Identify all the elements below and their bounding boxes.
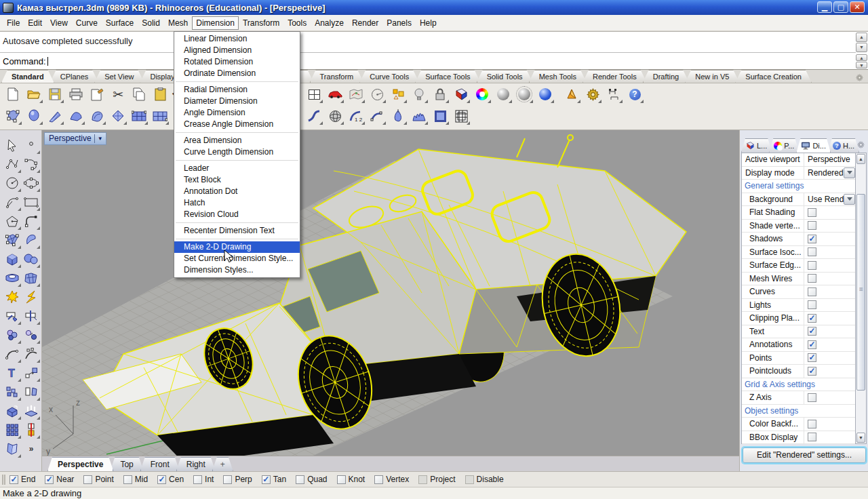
- point-checkbox[interactable]: [83, 475, 92, 484]
- command-input[interactable]: Command:: [0, 54, 856, 70]
- dimension-icon[interactable]: [605, 85, 623, 103]
- menu-item-angle-dimension[interactable]: Angle Dimension: [174, 107, 300, 119]
- toolbar-grip[interactable]: [2, 475, 5, 485]
- tab-help[interactable]: ? H...: [828, 138, 859, 153]
- options-gear-icon[interactable]: [584, 85, 601, 103]
- loft-surface-icon[interactable]: [23, 232, 39, 248]
- toolbar-tab-new-in-v5[interactable]: New in V5: [685, 70, 739, 83]
- menu-analyze[interactable]: Analyze: [311, 16, 348, 30]
- circle-icon[interactable]: [4, 175, 20, 191]
- shaded-sphere-icon[interactable]: [494, 85, 512, 103]
- menu-item-text-block[interactable]: Text Block: [174, 174, 300, 186]
- box-icon[interactable]: [4, 251, 20, 267]
- viewport-tab-top[interactable]: Top: [110, 457, 143, 471]
- group-icon[interactable]: [4, 327, 20, 343]
- compass-icon[interactable]: [368, 85, 386, 103]
- patch-icon[interactable]: [67, 107, 85, 125]
- panel-gear-icon[interactable]: [856, 140, 865, 152]
- surface-blob-icon[interactable]: [25, 107, 43, 125]
- menu-surface[interactable]: Surface: [102, 16, 138, 30]
- history-scroll-down[interactable]: ▼: [856, 43, 867, 52]
- curve-handles-icon[interactable]: [23, 346, 39, 362]
- menu-item-make-2d-drawing[interactable]: Make 2-D Drawing: [174, 241, 300, 253]
- menu-item-area-dimension[interactable]: Area Dimension: [174, 135, 300, 146]
- command-scroll-up[interactable]: ▲: [856, 54, 867, 61]
- osnap-vertex[interactable]: Vertex: [374, 475, 409, 484]
- menu-item-hatch[interactable]: Hatch: [174, 197, 300, 209]
- grid-panel-icon[interactable]: [130, 107, 148, 125]
- menu-item-dimension-styles[interactable]: Dimension Styles...: [174, 264, 300, 276]
- arc-icon[interactable]: [4, 194, 20, 210]
- color-wheel-icon[interactable]: [473, 85, 491, 103]
- split-icon[interactable]: [23, 308, 39, 324]
- annotations-checkbox[interactable]: ✓: [808, 340, 816, 349]
- osnap-tan[interactable]: ✓Tan: [262, 475, 286, 484]
- torus-icon[interactable]: [4, 270, 20, 286]
- explode-icon[interactable]: [4, 289, 20, 305]
- viewport-title[interactable]: Perspective ▼: [44, 132, 106, 145]
- shade-vertex-checkbox[interactable]: [808, 221, 816, 230]
- osnap-end[interactable]: ✓End: [9, 475, 35, 484]
- scroll-up-arrow[interactable]: ▲: [856, 154, 865, 164]
- osnap-point[interactable]: Point: [83, 475, 113, 484]
- grid-panel2-icon[interactable]: [151, 107, 169, 125]
- ellipse-icon[interactable]: [23, 175, 39, 191]
- toolbar-tab-surface-tools[interactable]: Surface Tools: [415, 70, 480, 83]
- interp-curve-icon[interactable]: [23, 156, 39, 172]
- menu-item-radial-dimension[interactable]: Radial Dimension: [174, 84, 300, 96]
- edit-rendered-settings-button[interactable]: Edit "Rendered" settings...: [743, 447, 866, 463]
- toolbar-tab-mesh-tools[interactable]: Mesh Tools: [529, 70, 587, 83]
- menu-render[interactable]: Render: [348, 16, 382, 30]
- quad-checkbox[interactable]: [296, 475, 304, 484]
- menu-item-aligned-dimension[interactable]: Aligned Dimension: [174, 45, 300, 56]
- mid-checkbox[interactable]: [123, 475, 132, 484]
- project-checkbox[interactable]: [418, 475, 427, 484]
- overflow-more[interactable]: »: [23, 441, 39, 457]
- wave-surface-icon[interactable]: [410, 107, 428, 125]
- viewport-tab-add[interactable]: +: [212, 457, 233, 471]
- extrude-icon[interactable]: [4, 403, 20, 419]
- polygon-icon[interactable]: [4, 213, 20, 229]
- rendered-sphere-icon[interactable]: [536, 85, 554, 103]
- polyline-bolt-icon[interactable]: [23, 289, 39, 305]
- vertex-checkbox[interactable]: [374, 475, 383, 484]
- command-history[interactable]: Autosave completed successfully: [0, 32, 856, 53]
- scale-icon[interactable]: [23, 365, 39, 381]
- command-scroll-down[interactable]: ▼: [856, 62, 867, 68]
- arc-blend-2-icon[interactable]: [368, 107, 386, 125]
- disable-checkbox[interactable]: [465, 475, 474, 484]
- toolbar-tab-cplanes[interactable]: CPlanes: [50, 70, 99, 83]
- surface-edges-checkbox[interactable]: [808, 261, 816, 270]
- maximize-button[interactable]: ▢: [833, 1, 848, 13]
- twist-icon[interactable]: [4, 441, 20, 457]
- lightbulb-icon[interactable]: [410, 85, 428, 103]
- menu-item-ordinate-dimension[interactable]: Ordinate Dimension: [174, 68, 300, 79]
- paste-icon[interactable]: [151, 85, 169, 103]
- osnap-cen[interactable]: ✓Cen: [157, 475, 184, 484]
- blend-curve-icon[interactable]: [305, 107, 323, 125]
- background-dropdown[interactable]: [844, 194, 855, 205]
- menu-item-linear-dimension[interactable]: Linear Dimension: [174, 33, 300, 45]
- menu-item-rotated-dimension[interactable]: Rotated Dimension: [174, 56, 300, 68]
- adjust-arc-icon[interactable]: [4, 346, 20, 362]
- point-icon[interactable]: [23, 137, 39, 153]
- text-icon[interactable]: T: [4, 365, 20, 381]
- menu-dimension[interactable]: Dimension: [192, 16, 239, 30]
- ghosted-sphere-icon[interactable]: [515, 85, 533, 103]
- clean-page-icon[interactable]: [88, 85, 106, 103]
- group-objects-icon[interactable]: [389, 85, 407, 103]
- menu-item-recenter-dimension-text[interactable]: Recenter Dimension Text: [174, 225, 300, 237]
- cone-icon[interactable]: [563, 85, 580, 103]
- panel-scrollbar[interactable]: ▲ ▼: [856, 153, 867, 444]
- rectangle-icon[interactable]: [23, 194, 39, 210]
- pointclouds-checkbox[interactable]: ✓: [808, 367, 816, 376]
- curves-checkbox[interactable]: [808, 287, 816, 296]
- clipping-planes-checkbox[interactable]: ✓: [808, 314, 816, 323]
- menu-item-crease-angle-dimension[interactable]: Crease Angle Dimension: [174, 119, 300, 130]
- select-icon[interactable]: [4, 137, 20, 153]
- menu-transform[interactable]: Transform: [239, 16, 283, 30]
- cen-checkbox[interactable]: ✓: [157, 475, 166, 484]
- new-file-icon[interactable]: [4, 85, 22, 103]
- lights-checkbox[interactable]: [808, 300, 816, 309]
- surface-isocurves-checkbox[interactable]: [808, 247, 816, 256]
